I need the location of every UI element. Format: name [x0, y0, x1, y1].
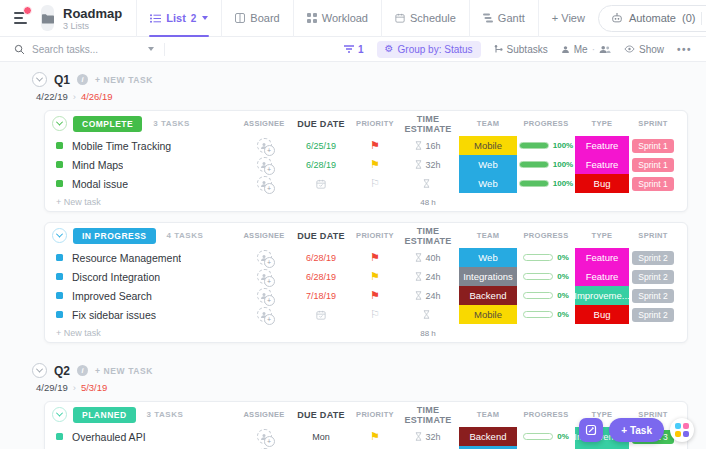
status-pill[interactable]: COMPLETE: [73, 116, 142, 132]
due-date-cell[interactable]: Mon: [289, 432, 353, 442]
filters-button[interactable]: 1: [344, 44, 364, 55]
sidebar-menu-button[interactable]: [14, 12, 27, 24]
column-header-sprint[interactable]: SPRINT: [629, 119, 677, 128]
time-estimate-cell[interactable]: 16h: [397, 141, 459, 151]
priority-cell[interactable]: ⚑: [353, 252, 397, 263]
search-input[interactable]: [32, 44, 140, 55]
assignee-cell[interactable]: [239, 157, 289, 172]
sprint-cell[interactable]: Sprint 2: [629, 289, 677, 303]
column-header-progress[interactable]: PROGRESS: [517, 119, 575, 128]
info-icon[interactable]: i: [77, 74, 88, 85]
new-task-link[interactable]: + New task: [56, 197, 101, 207]
task-name[interactable]: Fix sidebar issues: [72, 309, 156, 321]
type-cell[interactable]: Feature: [575, 136, 629, 155]
sprint-cell[interactable]: Sprint 2: [629, 270, 677, 284]
task-row[interactable]: Mobile Time Tracking 6/25/19 ⚑ 16h Mobil…: [45, 136, 687, 155]
notepad-button[interactable]: [579, 418, 603, 442]
column-header-time-estimate[interactable]: TIME ESTIMATE: [397, 405, 459, 425]
team-cell[interactable]: Backend: [459, 286, 517, 305]
due-date-cell[interactable]: 6/25/19: [289, 141, 353, 151]
tab-board[interactable]: Board: [221, 0, 292, 37]
sprint-cell[interactable]: Sprint 1: [629, 177, 677, 191]
column-header-time-estimate[interactable]: TIME ESTIMATE: [397, 226, 459, 246]
task-row[interactable]: Resource Management 6/28/19 ⚑ 40h Web 0%…: [45, 248, 687, 267]
status-pill[interactable]: PLANNED: [73, 407, 136, 423]
due-date-cell[interactable]: [289, 310, 353, 320]
type-cell[interactable]: Feature: [575, 248, 629, 267]
new-task-link[interactable]: + NEW TASK: [95, 366, 153, 376]
type-cell[interactable]: Feature: [575, 155, 629, 174]
sprint-cell[interactable]: Sprint 2: [629, 251, 677, 265]
progress-cell[interactable]: 100%: [517, 141, 575, 150]
priority-cell[interactable]: ⚐: [353, 178, 397, 189]
type-cell[interactable]: Feature: [575, 267, 629, 286]
priority-cell[interactable]: ⚑: [353, 271, 397, 282]
column-header-assignee[interactable]: ASSIGNEE: [239, 231, 289, 240]
column-header-assignee[interactable]: ASSIGNEE: [239, 410, 289, 419]
task-status-square[interactable]: [56, 254, 63, 261]
more-options-button[interactable]: •••: [677, 44, 692, 55]
team-cell[interactable]: Web: [459, 155, 517, 174]
task-name[interactable]: Mind Maps: [72, 159, 123, 171]
chevron-down-icon[interactable]: [148, 47, 154, 51]
chevron-down-icon[interactable]: [52, 228, 67, 243]
chevron-down-icon[interactable]: [52, 407, 67, 422]
column-header-due-date[interactable]: DUE DATE: [289, 410, 353, 420]
time-estimate-cell[interactable]: 24h: [397, 291, 459, 301]
task-status-square[interactable]: [56, 292, 63, 299]
progress-cell[interactable]: 0%: [517, 272, 575, 281]
column-header-type[interactable]: TYPE: [575, 119, 629, 128]
task-row[interactable]: Mind Maps 6/28/19 ⚑ 32h Web 100% Feature…: [45, 155, 687, 174]
chevron-down-icon[interactable]: [52, 116, 67, 131]
priority-cell[interactable]: ⚑: [353, 290, 397, 301]
group-title[interactable]: Q2: [54, 364, 70, 378]
column-header-priority[interactable]: PRIORITY: [353, 410, 397, 419]
column-header-team[interactable]: TEAM: [459, 231, 517, 240]
column-header-time-estimate[interactable]: TIME ESTIMATE: [397, 114, 459, 134]
due-date-cell[interactable]: 7/18/19: [289, 291, 353, 301]
me-filter-button[interactable]: Me ·: [561, 44, 611, 55]
assignee-cell[interactable]: [239, 429, 289, 444]
tab-schedule[interactable]: Schedule: [381, 0, 469, 37]
status-pill[interactable]: IN PROGRESS: [73, 228, 156, 244]
column-header-due-date[interactable]: DUE DATE: [289, 119, 353, 129]
type-cell[interactable]: Bug: [575, 174, 629, 193]
due-date-cell[interactable]: 6/28/19: [289, 272, 353, 282]
task-row[interactable]: Discord Integration 6/28/19 ⚑ 24h Integr…: [45, 267, 687, 286]
app-grid-button[interactable]: [670, 418, 694, 442]
team-cell[interactable]: Web: [459, 174, 517, 193]
task-row[interactable]: Modal issue ⚐ Web 100% Bug Sprint 1: [45, 174, 687, 193]
assignee-cell[interactable]: [239, 269, 289, 284]
team-cell[interactable]: Web: [459, 248, 517, 267]
new-task-link[interactable]: + New task: [56, 328, 101, 338]
folder-icon[interactable]: [41, 5, 54, 31]
sprint-cell[interactable]: Sprint 2: [629, 308, 677, 322]
task-status-square[interactable]: [56, 433, 63, 440]
assignee-cell[interactable]: [239, 138, 289, 153]
group-title[interactable]: Q1: [54, 73, 70, 87]
column-header-assignee[interactable]: ASSIGNEE: [239, 119, 289, 128]
due-date-cell[interactable]: [289, 179, 353, 189]
team-cell[interactable]: Integrations: [459, 267, 517, 286]
tab-add-view[interactable]: + View: [538, 0, 598, 37]
column-header-type[interactable]: TYPE: [575, 231, 629, 240]
task-status-square[interactable]: [56, 180, 63, 187]
tab-list[interactable]: List 2: [136, 0, 221, 37]
sprint-cell[interactable]: Sprint 1: [629, 158, 677, 172]
priority-cell[interactable]: ⚑: [353, 431, 397, 442]
priority-cell[interactable]: ⚑: [353, 159, 397, 170]
progress-cell[interactable]: 100%: [517, 179, 575, 188]
column-header-progress[interactable]: PROGRESS: [517, 410, 575, 419]
type-cell[interactable]: Bug: [575, 305, 629, 324]
group-by-button[interactable]: ⚙ Group by: Status: [377, 41, 481, 58]
chevron-down-icon[interactable]: [32, 363, 47, 378]
task-name[interactable]: Discord Integration: [72, 271, 160, 283]
sprint-cell[interactable]: Sprint 1: [629, 139, 677, 153]
progress-cell[interactable]: 0%: [517, 310, 575, 319]
progress-cell[interactable]: 0%: [517, 291, 575, 300]
new-task-link[interactable]: + NEW TASK: [95, 75, 153, 85]
task-status-square[interactable]: [56, 142, 63, 149]
priority-cell[interactable]: ⚑: [353, 140, 397, 151]
info-icon[interactable]: i: [77, 365, 88, 376]
type-cell[interactable]: Improveme...: [575, 286, 629, 305]
